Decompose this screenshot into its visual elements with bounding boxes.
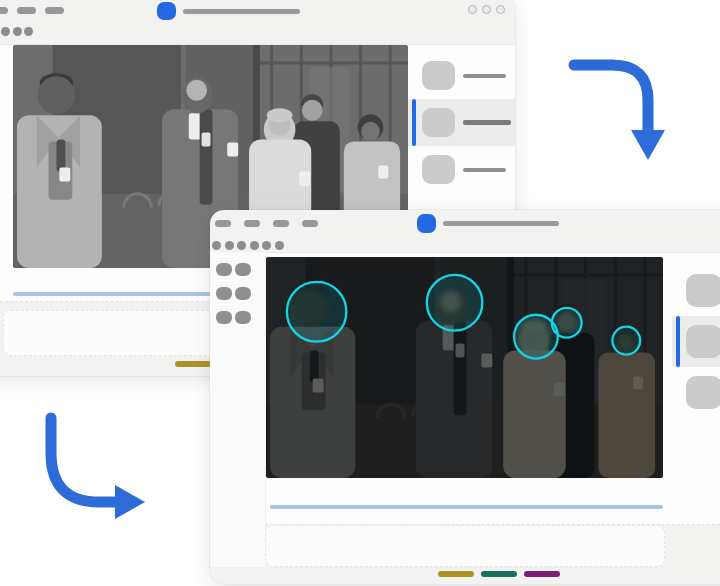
list-item[interactable] [672,316,720,367]
list-item[interactable] [672,367,720,418]
toolbar-dot[interactable] [13,27,22,36]
status-pill [175,361,211,368]
tool-button[interactable] [235,287,251,300]
item-label-placeholder [463,120,511,125]
tool-button[interactable] [235,263,251,276]
menu-item-placeholder[interactable] [215,220,231,227]
status-pill [438,571,474,578]
item-thumbnail [686,325,720,358]
toolbar-dot[interactable] [212,241,221,250]
menu-item-placeholder[interactable] [302,220,318,227]
layers-list [408,52,515,193]
menu-item-placeholder[interactable] [0,7,8,14]
list-item[interactable] [408,52,515,99]
tool-button[interactable] [235,311,251,324]
menu-item-placeholder[interactable] [273,220,289,227]
info-card [265,525,665,567]
selection-indicator [676,316,680,367]
window-control-button[interactable] [468,5,477,14]
list-item[interactable] [408,99,515,146]
person-1 [17,73,102,268]
progress-line [270,505,663,509]
arrowhead-right [115,485,145,519]
window-controls [468,5,505,14]
detection-overlay-svg [266,257,663,478]
status-pills [438,571,560,578]
photo-processed [266,257,663,478]
toolbar-dot[interactable] [250,241,259,250]
arrowhead-down [631,130,665,160]
window-processed-photo [210,210,720,584]
toolbar-dot[interactable] [237,241,246,250]
window-control-button[interactable] [496,5,505,14]
tool-button[interactable] [216,287,232,300]
flow-arrow-right-down [560,50,670,165]
menu-item-placeholder[interactable] [17,7,36,14]
item-label-placeholder [463,168,506,172]
tool-buttons [216,263,251,324]
item-thumbnail [422,61,455,90]
item-thumbnail [422,108,455,137]
layers-list [672,265,720,418]
menu-item-placeholder[interactable] [244,220,260,227]
app-logo-dot [417,214,436,233]
item-label-placeholder [463,74,506,78]
toolbar-dot[interactable] [24,27,33,36]
toolbar-dots [212,241,284,250]
detection-overlay [287,275,640,359]
toolbar-dot[interactable] [262,241,271,250]
selection-indicator [412,99,416,146]
address-bar-placeholder[interactable] [183,9,300,14]
flow-arrow-down-right [35,408,155,528]
menu-item-placeholder[interactable] [45,7,64,14]
list-item[interactable] [408,146,515,193]
toolbar-dot[interactable] [1,27,10,36]
item-thumbnail [686,274,720,307]
status-pill [481,571,517,578]
toolbar-dot[interactable] [275,241,284,250]
toolbar-dot[interactable] [225,241,234,250]
menu-bar [0,7,64,14]
tool-button[interactable] [216,263,232,276]
item-thumbnail [686,376,720,409]
status-pill [524,571,560,578]
toolbar-dots [1,27,33,36]
menu-bar [215,220,318,227]
window-control-button[interactable] [482,5,491,14]
item-thumbnail [422,155,455,184]
list-item[interactable] [672,265,720,316]
address-bar-placeholder[interactable] [443,221,559,226]
tool-button[interactable] [216,311,232,324]
app-logo-dot [157,2,176,20]
